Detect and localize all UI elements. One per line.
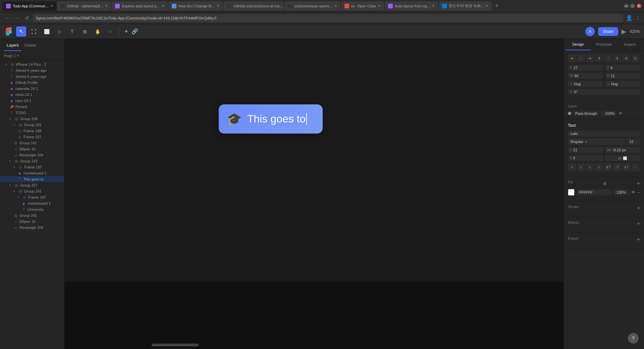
horizontal-scrollbar[interactable] (152, 344, 199, 346)
align-center-h-btn[interactable]: ↔ (577, 54, 585, 62)
more-text-options-btn[interactable]: ⋯ (631, 163, 639, 171)
x-position[interactable]: X 27 (568, 65, 603, 71)
tool-pen[interactable]: ◇ (54, 27, 64, 37)
paragraph-spacing-field[interactable]: ¶ 0 (568, 155, 603, 161)
tab-layers[interactable]: Layers (4, 42, 21, 51)
layer-item-group243[interactable]: ▾ ⊡ Group 243 (0, 158, 64, 164)
tab-figma-todo[interactable]: Todo App (Commun... ✕ (3, 1, 56, 11)
layer-item-frame187c[interactable]: ▾ ⊟ Frame 187 (0, 194, 64, 200)
text-box-toggle[interactable]: ⊞ ⬜ (605, 155, 640, 161)
add-export-btn[interactable]: + (637, 237, 640, 243)
minimize-btn[interactable]: — (624, 4, 629, 8)
align-center-v-btn[interactable]: ↕ (604, 54, 612, 62)
layer-item-group257[interactable]: ▾ ⊡ Group 257 (0, 182, 64, 188)
layer-item-group241a[interactable]: ▾ ⊡ Group 241 (0, 122, 64, 128)
tool-shape[interactable]: ⬜ (42, 27, 52, 37)
close-btn[interactable]: ✕ (637, 4, 641, 8)
address-bar[interactable]: figma.com/file/lY460MOVuCRlM77bJJ0C2e/To… (33, 14, 623, 22)
align-justify-text-btn[interactable]: ≡ (595, 163, 603, 171)
align-left-text-btn[interactable]: ≡ (568, 163, 576, 171)
add-fill-btn[interactable]: + (637, 181, 640, 187)
tab-inspect[interactable]: Inspect (617, 39, 643, 50)
layer-opacity-value[interactable]: 100% (601, 111, 616, 116)
letter-spacing-field[interactable]: AV -0.32 px (605, 147, 640, 153)
play-icon[interactable]: ▶ (622, 28, 626, 35)
tab-figma-3[interactable]: Auto layout from rig... ✕ (385, 1, 438, 11)
canvas-card[interactable]: 🎓 This goes to (219, 104, 323, 134)
layer-item-todo[interactable]: T TODO (0, 110, 64, 116)
tab-prototype[interactable]: Prototype (591, 39, 617, 50)
menu-icon[interactable]: ⋮ (635, 15, 641, 21)
reload-btn[interactable]: ↺ (23, 15, 30, 21)
fill-grid-icon[interactable]: ⊞ (603, 181, 606, 186)
tab-assets[interactable]: Assets (21, 42, 39, 51)
hug-w[interactable]: ⤡ Hug (605, 81, 640, 87)
canvas-area[interactable]: 🎓 This goes to (64, 39, 564, 349)
line-height-field[interactable]: ≡ 21 (568, 147, 603, 153)
tab-doc-1[interactable]: How Do I Change th... ✕ (168, 1, 223, 11)
layer-item-ellipse16b[interactable]: ○ Ellipse 16 (0, 218, 64, 225)
fill-color-preview[interactable] (568, 189, 575, 196)
valign-mid-btn[interactable]: ↕T (613, 163, 621, 171)
tool-frame[interactable] (29, 27, 39, 37)
layer-item-rect104a[interactable]: — Rectangle 104 (0, 152, 64, 158)
font-size-field[interactable]: 12 (627, 139, 640, 145)
layer-item-rect104b[interactable]: — Rectangle 104 (0, 225, 64, 231)
valign-top-btn[interactable]: ⬆T (604, 163, 612, 171)
layer-item-iphone14[interactable]: ▾ ⊞ iPhone 14 Plus - 2 (0, 61, 64, 67)
layer-item-frame187a[interactable]: ⊟ Frame 187 (0, 134, 64, 140)
fill-hex-value[interactable]: FFFFFF (577, 189, 612, 195)
align-center-text-btn[interactable]: ≡ (577, 163, 585, 171)
width-value[interactable]: W 60 (568, 73, 603, 79)
tab-opencolor[interactable]: oc- Open Color ✕ (341, 1, 384, 11)
remove-fill-btn[interactable]: − (637, 190, 640, 195)
help-button[interactable]: ? (628, 333, 639, 344)
layer-item-mortarboard1[interactable]: ◈ mortarboard 1 (0, 170, 64, 176)
layer-item-frame187b[interactable]: ▾ ⊟ Frame 187 (0, 164, 64, 170)
layer-item-clock[interactable]: ◈ clock-24 1 (0, 92, 64, 98)
tab-win[interactable]: 한도우10 화면 녹화... ✕ (439, 1, 492, 11)
layer-item-group241b[interactable]: ▾ ⊡ Group 241 (0, 188, 64, 194)
align-top-btn[interactable]: ⬆ (595, 54, 603, 62)
maximize-btn[interactable]: □ (631, 4, 635, 8)
layer-item-group242a[interactable]: ⊡ Group 242 (0, 140, 64, 146)
tool-comment[interactable]: ○ (105, 27, 115, 37)
distribute-h-btn[interactable]: ⊞ (622, 54, 630, 62)
fill-opacity-value[interactable]: 100% (614, 189, 629, 195)
layer-item-joined2[interactable]: T Joined 6 years ago (0, 73, 64, 80)
canvas-text-element[interactable]: This goes to (247, 113, 307, 125)
add-effect-btn[interactable]: + (637, 221, 640, 227)
align-right-text-btn[interactable]: ≡ (586, 163, 594, 171)
layer-item-github[interactable]: ◈ Github Profile (0, 80, 64, 86)
add-stroke-btn[interactable]: + (637, 205, 640, 211)
tab-github-2[interactable]: GitHub octicons/icons at ma... ✕ (223, 1, 284, 11)
layer-item-university[interactable]: T University (0, 206, 64, 212)
align-right-btn[interactable]: ➡ (586, 54, 594, 62)
align-bottom-btn[interactable]: ⬇ (613, 54, 621, 62)
layer-item-group258[interactable]: ▾ ⊡ Group 258 (0, 116, 64, 122)
zoom-level[interactable]: 420% (630, 29, 640, 34)
tool-hand[interactable]: ✋ (93, 27, 103, 37)
valign-bot-btn[interactable]: ⬇T (622, 163, 630, 171)
layer-item-thisgoes[interactable]: T This goes to (0, 176, 64, 182)
forward-btn[interactable]: → (13, 15, 21, 21)
link-icon[interactable]: 🔗 (131, 28, 138, 35)
layer-item-calendar[interactable]: ◈ calendar-24 1 (0, 86, 64, 92)
tab-github-3[interactable]: octicons/issue-opene... ✕ (284, 1, 340, 11)
layer-item-ellipse16a[interactable]: ○ Ellipse 16 (0, 146, 64, 152)
layer-item-joined1[interactable]: T Joined 6 years ago (0, 67, 64, 73)
layer-item-pinned[interactable]: 📌 Pinned (0, 104, 64, 110)
layer-item-repo[interactable]: ◈ repo-24 1 (0, 98, 64, 104)
fill-visibility-icon[interactable]: 👁 (631, 190, 635, 195)
back-btn[interactable]: ← (3, 15, 11, 21)
font-name-field[interactable]: Lato (568, 131, 640, 137)
tab-design[interactable]: Design (565, 39, 591, 50)
tool-text[interactable]: T (67, 27, 77, 37)
user-icon[interactable]: 👤 (626, 15, 633, 21)
tab-github-1[interactable]: GitHub - adrianhajdi... ✕ (57, 1, 111, 11)
height-value[interactable]: H 21 (605, 73, 640, 79)
figma-logo[interactable] (4, 27, 13, 36)
tab-figma-2[interactable]: Explore auto layout p... ✕ (112, 1, 168, 11)
page-indicator[interactable]: Page 1 ▾ (0, 51, 64, 60)
y-position[interactable]: Y 4 (605, 65, 640, 71)
